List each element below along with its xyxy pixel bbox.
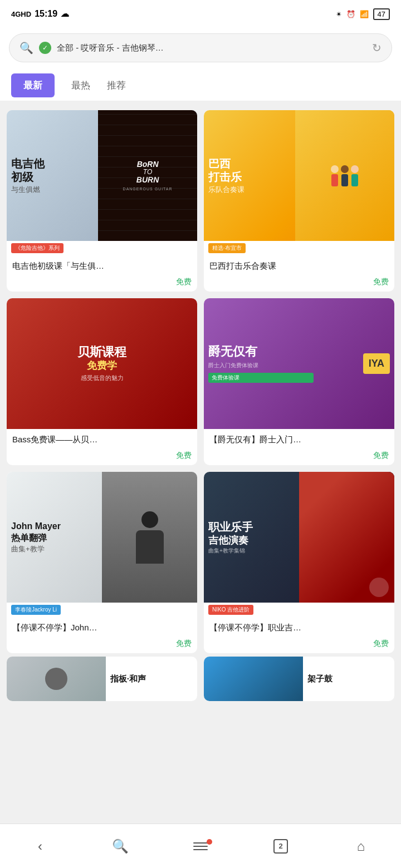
nav-back-button[interactable]: ‹: [0, 824, 80, 868]
search-icon: 🔍: [19, 41, 33, 55]
tab-hot[interactable]: 最热: [71, 70, 90, 101]
thumb-sub-2: 乐队合奏课: [208, 185, 291, 195]
course-title-5: 【停课不停学】John…: [12, 622, 192, 633]
partial-info-2: 架子鼓: [303, 657, 394, 701]
person-head-1: [331, 165, 339, 173]
home-icon: ⌂: [357, 839, 365, 854]
john-sub2: 曲集+教学: [11, 544, 97, 554]
card-info-4: 【爵无仅有】爵士入门…: [204, 429, 394, 448]
thumb-sub-1: 与生俱燃: [11, 185, 94, 195]
course-price-4: 免费: [204, 448, 394, 465]
john-right: [102, 472, 197, 603]
guitar-player-shape: [299, 472, 394, 603]
pro-sub2: 曲集+教学集锦: [208, 547, 295, 555]
pro-right: [299, 472, 394, 603]
nav-menu-button[interactable]: [160, 824, 241, 868]
course-title-6: 【停课不停学】职业吉…: [209, 622, 389, 633]
course-card-3[interactable]: 贝斯课程 免费学 感受低音的魅力 Bass免费课——从贝… 免费: [7, 298, 197, 465]
card-info-6: 【停课不停学】职业吉…: [204, 617, 394, 637]
person-3: [351, 165, 359, 186]
john-left: John Mayer 热单翻弹 曲集+教学: [7, 472, 102, 603]
course-tag-2: 精选·布宜市: [208, 243, 246, 253]
thumb-left-text-2: 巴西 打击乐 乐队合奏课: [204, 110, 295, 241]
bass-free: 免费学: [87, 360, 117, 372]
search-nav-icon: 🔍: [112, 839, 129, 854]
course-title-4: 【爵无仅有】爵士入门…: [209, 433, 389, 445]
battery-icon: 47: [373, 8, 390, 20]
partial-thumb-1: [7, 657, 106, 701]
course-thumbnail-4: 爵无仅有 爵士入门免费体验课 免费体验课 IYA: [204, 298, 394, 429]
course-thumbnail-6: 职业乐手 吉他演奏 曲集+教学集锦: [204, 472, 394, 603]
partial-title-2: 架子鼓: [307, 674, 390, 684]
thumb-title-1: 电吉他: [11, 157, 94, 170]
nav-search-button[interactable]: 🔍: [80, 824, 160, 868]
pro-sub1: 吉他演奏: [208, 534, 295, 547]
born-burn-panel: BoRN TO BURN DANGEROUS GUITAR: [98, 110, 197, 241]
card-info-2: 巴西打击乐合奏课: [204, 255, 394, 275]
search-bar[interactable]: 🔍 ✓ 全部 - 哎呀音乐 - 吉他钢琴… ↻: [9, 33, 392, 62]
person-2: [341, 165, 349, 186]
menu-icon: [193, 842, 208, 850]
refresh-icon[interactable]: ↻: [372, 41, 382, 55]
partial-card-2[interactable]: 架子鼓: [204, 657, 394, 701]
course-price-5: 免费: [7, 637, 197, 653]
course-card-1[interactable]: 电吉他 初级 与生俱燃 BoRN TO BURN DANGEROUS GUITA…: [7, 110, 197, 292]
course-card-5[interactable]: John Mayer 热单翻弹 曲集+教学 李春陵Jackroy Li 【停课不…: [7, 472, 197, 653]
course-price-6: 免费: [204, 637, 394, 653]
menu-line-3: [193, 849, 208, 850]
course-tag-1: 《危险吉他》系列: [11, 243, 63, 253]
card-info-5: 【停课不停学】John…: [7, 617, 197, 637]
free-trial-badge: 免费体验课: [208, 373, 314, 383]
brazil-illustration: [295, 110, 394, 241]
course-price-2: 免费: [204, 275, 394, 292]
bass-sub: 感受低音的魅力: [81, 374, 124, 382]
partial-title-1: 指板·和声: [110, 674, 193, 684]
course-card-6[interactable]: 职业乐手 吉他演奏 曲集+教学集锦 NIKO 吉他进阶 【停课不停学】职业吉… …: [204, 472, 394, 653]
course-price-3: 免费: [7, 448, 197, 465]
guitar-strings-decoration: [98, 110, 197, 241]
thumb-left-text-1: 电吉他 初级 与生俱燃: [7, 110, 98, 241]
jazz-subtitle: 爵士入门免费体验课: [208, 362, 314, 369]
person-body-3: [351, 174, 358, 186]
jazz-title: 爵无仅有: [208, 344, 314, 359]
thumb-title-2: 巴西: [208, 157, 291, 170]
course-title-3: Bass免费课——从贝…: [12, 433, 192, 445]
jazz-right: IYA: [318, 298, 394, 429]
course-tag-6: NIKO 吉他进阶: [208, 605, 253, 615]
tab-latest[interactable]: 最新: [11, 73, 55, 97]
pro-left: 职业乐手 吉他演奏 曲集+教学集锦: [204, 472, 299, 603]
shield-icon: ✓: [39, 42, 51, 54]
status-bar: 4GHD 15:19 ☁ ✴ ⏰ 📶 47: [0, 0, 401, 28]
course-card-2[interactable]: 巴西 打击乐 乐队合奏课: [204, 110, 394, 292]
cloud-icon: ☁: [61, 9, 69, 19]
course-tag-5: 李春陵Jackroy Li: [11, 605, 61, 615]
partial-course-row: 指板·和声 架子鼓: [0, 657, 401, 706]
person-body-1: [331, 174, 338, 186]
person-head-3: [351, 165, 359, 173]
search-text: 全部 - 哎呀音乐 - 吉他钢琴…: [57, 43, 366, 53]
performer-silhouette: [102, 472, 197, 603]
status-time: 15:19: [35, 9, 57, 19]
partial-info-1: 指板·和声: [106, 657, 197, 701]
status-right: ✴ ⏰ 📶 47: [336, 8, 390, 20]
person-1: [331, 165, 339, 186]
thumb-title-2b: 打击乐: [208, 170, 291, 184]
thumb-title-1b: 初级: [11, 170, 94, 184]
iya-badge: IYA: [363, 353, 390, 374]
jazz-left: 爵无仅有 爵士入门免费体验课 免费体验课: [204, 298, 318, 429]
wifi-icon: 📶: [360, 10, 369, 18]
tab-recommended[interactable]: 推荐: [107, 70, 126, 101]
course-card-4[interactable]: 爵无仅有 爵士入门免费体验课 免费体验课 IYA 【爵无仅有】爵士入门… 免费: [204, 298, 394, 465]
alarm-icon: ⏰: [346, 10, 355, 18]
partial-card-1[interactable]: 指板·和声: [7, 657, 197, 701]
bass-title: 贝斯课程: [77, 345, 126, 359]
person-body-2: [341, 174, 348, 186]
course-price-1: 免费: [7, 275, 197, 292]
nav-home-button[interactable]: ⌂: [321, 824, 401, 868]
course-title-2: 巴西打击乐合奏课: [209, 260, 389, 272]
menu-line-1: [193, 842, 208, 844]
nav-tabs-button[interactable]: 2: [241, 824, 321, 868]
people-shapes: [327, 162, 362, 190]
course-thumbnail-2: 巴西 打击乐 乐队合奏课: [204, 110, 394, 241]
course-thumbnail-3: 贝斯课程 免费学 感受低音的魅力: [7, 298, 197, 429]
